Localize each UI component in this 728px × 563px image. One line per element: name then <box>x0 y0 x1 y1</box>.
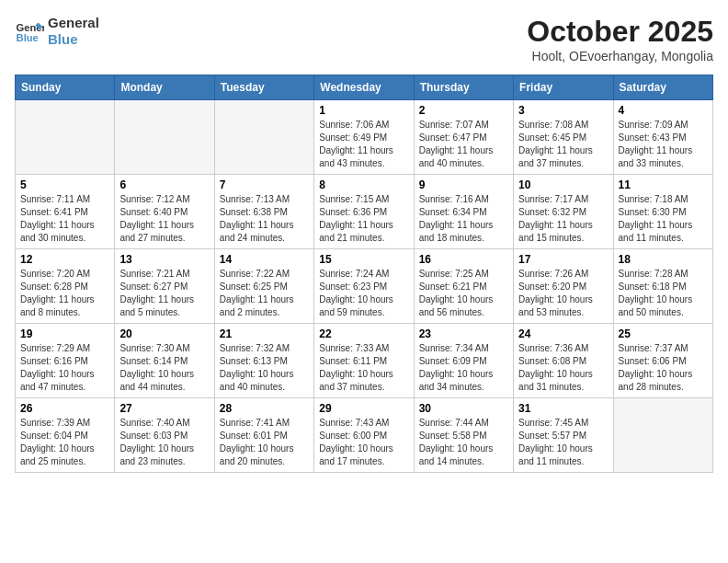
calendar-week-row: 5Sunrise: 7:11 AM Sunset: 6:41 PM Daylig… <box>16 175 713 249</box>
day-info: Sunrise: 7:41 AM Sunset: 6:01 PM Dayligh… <box>220 417 309 468</box>
day-info: Sunrise: 7:30 AM Sunset: 6:14 PM Dayligh… <box>119 342 209 394</box>
calendar-week-row: 19Sunrise: 7:29 AM Sunset: 6:16 PM Dayli… <box>16 324 713 398</box>
calendar-week-row: 26Sunrise: 7:39 AM Sunset: 6:04 PM Dayli… <box>16 398 713 473</box>
day-info: Sunrise: 7:12 AM Sunset: 6:40 PM Dayligh… <box>119 193 209 245</box>
calendar-cell: 26Sunrise: 7:39 AM Sunset: 6:04 PM Dayli… <box>16 398 115 473</box>
day-number: 22 <box>319 327 408 340</box>
calendar-cell: 13Sunrise: 7:21 AM Sunset: 6:27 PM Dayli… <box>115 249 214 324</box>
calendar-cell: 23Sunrise: 7:34 AM Sunset: 6:09 PM Dayli… <box>414 324 513 398</box>
day-number: 27 <box>119 402 209 415</box>
calendar-cell: 19Sunrise: 7:29 AM Sunset: 6:16 PM Dayli… <box>16 324 115 398</box>
day-number: 9 <box>419 178 508 191</box>
calendar-cell: 2Sunrise: 7:07 AM Sunset: 6:47 PM Daylig… <box>414 100 513 175</box>
day-number: 17 <box>518 253 608 266</box>
calendar-cell: 10Sunrise: 7:17 AM Sunset: 6:32 PM Dayli… <box>514 175 613 249</box>
calendar-cell: 15Sunrise: 7:24 AM Sunset: 6:23 PM Dayli… <box>314 249 414 324</box>
day-number: 15 <box>319 253 408 266</box>
day-number: 29 <box>319 402 408 415</box>
day-number: 21 <box>220 327 309 340</box>
calendar-cell: 29Sunrise: 7:43 AM Sunset: 6:00 PM Dayli… <box>314 398 414 473</box>
calendar-cell: 27Sunrise: 7:40 AM Sunset: 6:03 PM Dayli… <box>115 398 214 473</box>
calendar-cell: 3Sunrise: 7:08 AM Sunset: 6:45 PM Daylig… <box>514 100 613 175</box>
day-number: 26 <box>20 402 109 415</box>
day-number: 13 <box>119 253 209 266</box>
day-number: 4 <box>619 104 708 117</box>
day-info: Sunrise: 7:29 AM Sunset: 6:16 PM Dayligh… <box>20 342 109 394</box>
day-info: Sunrise: 7:16 AM Sunset: 6:34 PM Dayligh… <box>419 193 508 245</box>
calendar-cell: 7Sunrise: 7:13 AM Sunset: 6:38 PM Daylig… <box>214 175 313 249</box>
weekday-header-row: SundayMondayTuesdayWednesdayThursdayFrid… <box>16 75 713 100</box>
day-info: Sunrise: 7:40 AM Sunset: 6:03 PM Dayligh… <box>119 417 209 468</box>
day-number: 2 <box>419 104 508 117</box>
day-info: Sunrise: 7:09 AM Sunset: 6:43 PM Dayligh… <box>619 119 708 170</box>
month-title: October 2025 <box>527 15 713 49</box>
calendar-cell: 28Sunrise: 7:41 AM Sunset: 6:01 PM Dayli… <box>214 398 313 473</box>
calendar-cell: 9Sunrise: 7:16 AM Sunset: 6:34 PM Daylig… <box>414 175 513 249</box>
page-header: General Blue General Blue October 2025 H… <box>15 15 713 63</box>
weekday-header-thursday: Thursday <box>414 75 513 100</box>
logo-general: General <box>48 15 99 31</box>
day-info: Sunrise: 7:32 AM Sunset: 6:13 PM Dayligh… <box>220 342 309 394</box>
day-number: 7 <box>220 178 309 191</box>
svg-text:Blue: Blue <box>17 32 39 43</box>
day-number: 16 <box>419 253 508 266</box>
day-info: Sunrise: 7:43 AM Sunset: 6:00 PM Dayligh… <box>319 417 408 468</box>
location-subtitle: Hoolt, OEvoerhangay, Mongolia <box>527 49 713 63</box>
calendar-cell: 1Sunrise: 7:06 AM Sunset: 6:49 PM Daylig… <box>314 100 414 175</box>
calendar-cell <box>115 100 214 175</box>
calendar-cell <box>613 398 712 473</box>
calendar-table: SundayMondayTuesdayWednesdayThursdayFrid… <box>15 75 713 473</box>
calendar-week-row: 12Sunrise: 7:20 AM Sunset: 6:28 PM Dayli… <box>16 249 713 324</box>
day-info: Sunrise: 7:44 AM Sunset: 5:58 PM Dayligh… <box>419 417 508 468</box>
calendar-cell: 20Sunrise: 7:30 AM Sunset: 6:14 PM Dayli… <box>115 324 214 398</box>
calendar-cell: 31Sunrise: 7:45 AM Sunset: 5:57 PM Dayli… <box>514 398 613 473</box>
calendar-cell: 5Sunrise: 7:11 AM Sunset: 6:41 PM Daylig… <box>16 175 115 249</box>
calendar-cell: 24Sunrise: 7:36 AM Sunset: 6:08 PM Dayli… <box>514 324 613 398</box>
weekday-header-saturday: Saturday <box>613 75 712 100</box>
calendar-cell: 4Sunrise: 7:09 AM Sunset: 6:43 PM Daylig… <box>613 100 712 175</box>
calendar-cell: 11Sunrise: 7:18 AM Sunset: 6:30 PM Dayli… <box>613 175 712 249</box>
calendar-week-row: 1Sunrise: 7:06 AM Sunset: 6:49 PM Daylig… <box>16 100 713 175</box>
day-number: 20 <box>119 327 209 340</box>
day-info: Sunrise: 7:24 AM Sunset: 6:23 PM Dayligh… <box>319 268 408 319</box>
calendar-cell: 8Sunrise: 7:15 AM Sunset: 6:36 PM Daylig… <box>314 175 414 249</box>
day-number: 10 <box>518 178 608 191</box>
day-info: Sunrise: 7:37 AM Sunset: 6:06 PM Dayligh… <box>619 342 708 394</box>
calendar-cell: 21Sunrise: 7:32 AM Sunset: 6:13 PM Dayli… <box>214 324 313 398</box>
day-number: 3 <box>518 104 608 117</box>
day-info: Sunrise: 7:15 AM Sunset: 6:36 PM Dayligh… <box>319 193 408 245</box>
day-info: Sunrise: 7:45 AM Sunset: 5:57 PM Dayligh… <box>518 417 608 468</box>
calendar-cell: 18Sunrise: 7:28 AM Sunset: 6:18 PM Dayli… <box>613 249 712 324</box>
calendar-cell: 12Sunrise: 7:20 AM Sunset: 6:28 PM Dayli… <box>16 249 115 324</box>
calendar-cell: 17Sunrise: 7:26 AM Sunset: 6:20 PM Dayli… <box>514 249 613 324</box>
day-number: 14 <box>220 253 309 266</box>
day-number: 30 <box>419 402 508 415</box>
day-number: 6 <box>119 178 209 191</box>
calendar-cell: 30Sunrise: 7:44 AM Sunset: 5:58 PM Dayli… <box>414 398 513 473</box>
day-number: 24 <box>518 327 608 340</box>
day-number: 28 <box>220 402 309 415</box>
calendar-cell <box>16 100 115 175</box>
day-info: Sunrise: 7:33 AM Sunset: 6:11 PM Dayligh… <box>319 342 408 394</box>
day-number: 18 <box>619 253 708 266</box>
day-info: Sunrise: 7:18 AM Sunset: 6:30 PM Dayligh… <box>619 193 708 245</box>
day-info: Sunrise: 7:26 AM Sunset: 6:20 PM Dayligh… <box>518 268 608 319</box>
weekday-header-wednesday: Wednesday <box>314 75 414 100</box>
day-info: Sunrise: 7:13 AM Sunset: 6:38 PM Dayligh… <box>220 193 309 245</box>
weekday-header-friday: Friday <box>514 75 613 100</box>
day-info: Sunrise: 7:39 AM Sunset: 6:04 PM Dayligh… <box>20 417 109 468</box>
day-info: Sunrise: 7:17 AM Sunset: 6:32 PM Dayligh… <box>518 193 608 245</box>
logo-blue: Blue <box>48 31 99 48</box>
weekday-header-tuesday: Tuesday <box>214 75 313 100</box>
day-info: Sunrise: 7:36 AM Sunset: 6:08 PM Dayligh… <box>518 342 608 394</box>
day-info: Sunrise: 7:34 AM Sunset: 6:09 PM Dayligh… <box>419 342 508 394</box>
title-block: October 2025 Hoolt, OEvoerhangay, Mongol… <box>527 15 713 63</box>
day-info: Sunrise: 7:20 AM Sunset: 6:28 PM Dayligh… <box>20 268 109 319</box>
logo: General Blue General Blue <box>15 15 99 48</box>
weekday-header-sunday: Sunday <box>16 75 115 100</box>
calendar-cell: 6Sunrise: 7:12 AM Sunset: 6:40 PM Daylig… <box>115 175 214 249</box>
calendar-cell: 14Sunrise: 7:22 AM Sunset: 6:25 PM Dayli… <box>214 249 313 324</box>
day-info: Sunrise: 7:06 AM Sunset: 6:49 PM Dayligh… <box>319 119 408 170</box>
day-info: Sunrise: 7:28 AM Sunset: 6:18 PM Dayligh… <box>619 268 708 319</box>
day-info: Sunrise: 7:25 AM Sunset: 6:21 PM Dayligh… <box>419 268 508 319</box>
